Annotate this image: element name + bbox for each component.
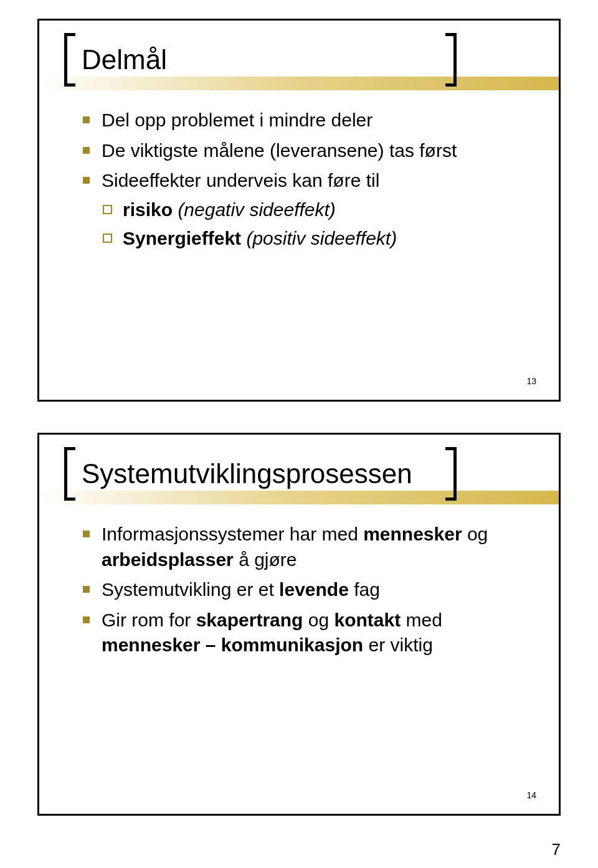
bullet-bold-run: mennesker [363, 524, 462, 544]
slide-2-content: Informasjonssystemer har med mennesker o… [83, 522, 528, 663]
sub-bullet-italic: (positiv sideeffekt) [241, 228, 397, 248]
bullet-text-run: Gir rom for [102, 610, 196, 630]
sub-bullet-bold: risiko [123, 199, 173, 220]
bullet-text-run: å gjøre [234, 549, 297, 570]
bullet-bold-run: mennesker – kommunikasjon [102, 634, 363, 655]
bullet-text: Sideeffekter underveis kan føre til [102, 170, 379, 191]
title-bracket-group: Systemutviklingsprosessen [64, 447, 416, 501]
sub-bullet-bold: Synergieffekt [123, 228, 241, 248]
bracket-right-icon [442, 447, 457, 501]
list-item: Sideeffekter underveis kan føre til risi… [83, 168, 528, 252]
bullet-text-run: med [401, 610, 442, 630]
slide-1-title: Delmål [79, 33, 171, 87]
list-item: Gir rom for skapertrang og kontakt med m… [83, 608, 528, 658]
bullet-text-run: og [462, 524, 488, 544]
list-item: De viktigste målene (leveransene) tas fø… [83, 138, 528, 164]
document-page: Delmål Del opp problemet i mindre deler … [0, 0, 598, 868]
bullet-text-run: Informasjonssystemer har med [102, 524, 363, 544]
bullet-text: Del opp problemet i mindre deler [102, 110, 373, 130]
list-item: Informasjonssystemer har med mennesker o… [83, 522, 528, 572]
bracket-left-icon [64, 33, 79, 87]
title-bracket-group: Delmål [64, 33, 171, 87]
slide-2: Systemutviklingsprosessen Informasjonssy… [37, 433, 561, 816]
list-item: Systemutvikling er et levende fag [83, 577, 528, 603]
bullet-text: De viktigste målene (leveransene) tas fø… [102, 140, 457, 161]
sub-bullet-list: risiko (negativ sideeffekt) Synergieffek… [102, 197, 528, 252]
slide-2-number: 14 [526, 790, 536, 800]
bullet-bold-run: kontakt [334, 610, 401, 630]
bullet-text-run: Systemutvikling er et [102, 579, 279, 600]
bracket-left-icon [64, 447, 79, 501]
bullet-text-run: er viktig [363, 634, 433, 655]
slide-2-bullet-list: Informasjonssystemer har med mennesker o… [83, 522, 528, 658]
list-item: Del opp problemet i mindre deler [83, 108, 528, 133]
bullet-bold-run: arbeidsplasser [102, 549, 234, 570]
bullet-bold-run: skapertrang [196, 610, 303, 630]
bullet-text-run: fag [349, 579, 380, 600]
page-number: 7 [552, 840, 561, 859]
slide-1-number: 13 [526, 376, 536, 386]
bullet-text-run: og [303, 610, 334, 630]
sub-list-item: risiko (negativ sideeffekt) [102, 197, 528, 223]
slide-2-title-wrap: Systemutviklingsprosessen [64, 447, 416, 501]
slide-2-title: Systemutviklingsprosessen [79, 447, 416, 501]
sub-bullet-italic: (negativ sideeffekt) [173, 199, 336, 220]
slide-1-bullet-list: Del opp problemet i mindre deler De vikt… [83, 108, 528, 252]
bracket-right-icon [442, 33, 457, 87]
slide-1-title-wrap: Delmål [64, 33, 171, 87]
slide-1-content: Del opp problemet i mindre deler De vikt… [83, 108, 528, 257]
sub-list-item: Synergieffekt (positiv sideeffekt) [102, 226, 528, 252]
bullet-bold-run: levende [279, 579, 349, 600]
slide-1: Delmål Del opp problemet i mindre deler … [37, 19, 561, 402]
